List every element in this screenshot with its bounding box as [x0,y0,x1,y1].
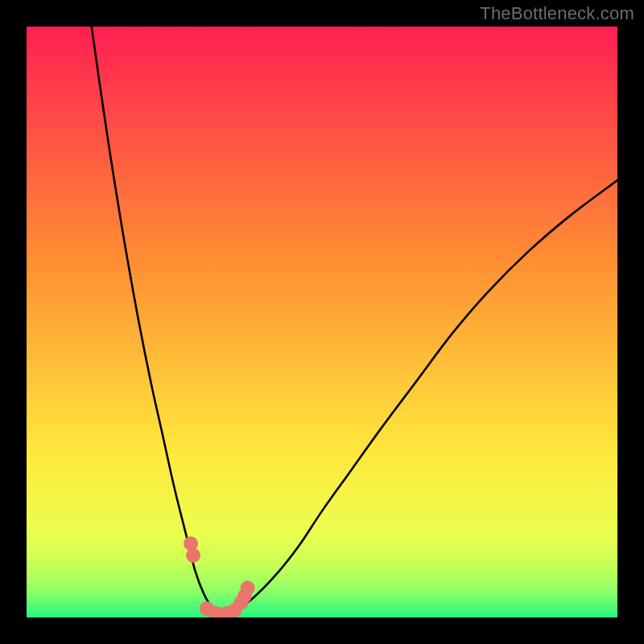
gradient-background [27,27,617,617]
watermark-text: TheBottleneck.com [480,3,634,24]
marker-point [186,548,200,563]
chart-frame: TheBottleneck.com [0,0,644,644]
bottleneck-chart [27,27,617,617]
marker-point [241,580,255,595]
